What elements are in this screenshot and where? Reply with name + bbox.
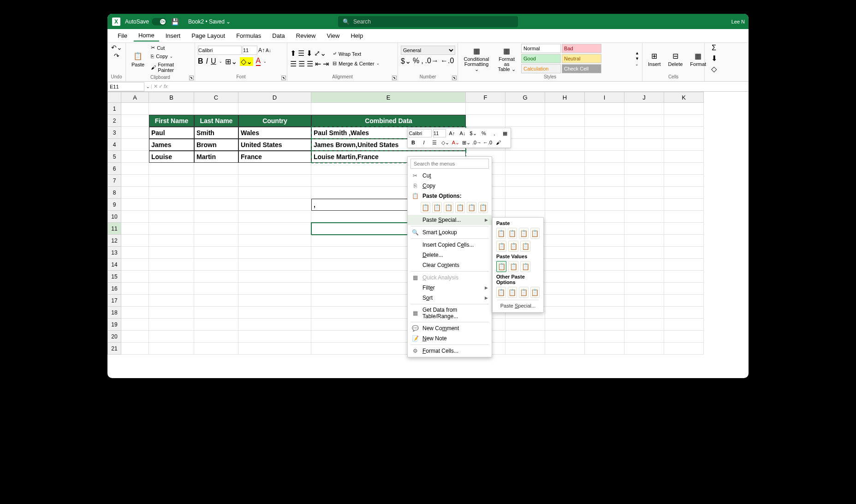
user-name[interactable]: Lee N [731,19,745,24]
cell-K17[interactable] [664,295,704,307]
mini-format-painter-icon[interactable]: 🖌 [493,138,503,147]
row-header-6[interactable]: 6 [107,163,121,175]
cell-I1[interactable] [585,103,624,115]
col-header-B[interactable]: B [149,92,194,103]
paste-formulas-icon[interactable]: 📋 [444,202,453,213]
orientation-icon[interactable]: ⤢⌄ [314,49,326,58]
menu-help[interactable]: Help [346,30,368,41]
cell-G7[interactable] [505,175,545,187]
font-name-select[interactable] [198,46,242,55]
cell-A12[interactable] [121,235,149,247]
sub-paste-special-link[interactable]: Paste Special... [494,301,541,310]
cell-A10[interactable] [121,211,149,223]
cell-C3[interactable]: Smith [194,127,238,139]
cell-G19[interactable] [505,319,545,331]
cell-H7[interactable] [545,175,585,187]
col-header-A[interactable]: A [121,92,149,103]
cell-J7[interactable] [624,175,664,187]
menu-file[interactable]: File [113,30,132,41]
cell-B14[interactable] [149,259,194,271]
cell-F1[interactable] [466,103,505,115]
clipboard-dialog-launcher[interactable]: ⬊ [189,76,194,80]
cell-K4[interactable] [664,139,704,151]
cell-I18[interactable] [585,307,624,319]
cell-C21[interactable] [194,343,238,355]
mini-toolbar[interactable]: A↑ A↓ $⌄ % , ▦ B I ☰ ◇⌄ A⌄ ⊞⌄ .0→ ←.0 🖌 [407,128,511,148]
menu-review[interactable]: Review [291,30,321,41]
cell-J1[interactable] [624,103,664,115]
cell-B3[interactable]: Paul [149,127,194,139]
cell-D5[interactable]: France [238,151,311,163]
ctx-new-comment[interactable]: 💬New Comment [408,323,492,333]
cell-I19[interactable] [585,319,624,331]
cell-J4[interactable] [624,139,664,151]
decrease-font-icon[interactable]: A↓ [266,48,271,53]
cell-B10[interactable] [149,211,194,223]
ctx-smart-lookup[interactable]: 🔍Smart Lookup [408,227,492,237]
increase-font-icon[interactable]: A↑ [258,47,265,53]
cell-H4[interactable] [545,139,585,151]
increase-decimal-icon[interactable]: .0→ [425,57,439,65]
cell-B6[interactable] [149,163,194,175]
cell-B13[interactable] [149,247,194,259]
cell-J8[interactable] [624,187,664,199]
mini-accounting-icon[interactable]: $⌄ [469,129,478,137]
styles-scroll[interactable]: ▲▼⌄ [635,51,639,66]
redo-icon[interactable]: ↷ [114,52,119,59]
cell-H5[interactable] [545,151,585,163]
cell-D13[interactable] [238,247,311,259]
col-header-K[interactable]: K [664,92,704,103]
cell-H19[interactable] [545,319,585,331]
cell-H13[interactable] [545,247,585,259]
ctx-delete[interactable]: Delete... [408,250,492,260]
context-search[interactable] [410,159,489,169]
col-header-G[interactable]: G [505,92,545,103]
row-header-4[interactable]: 4 [107,139,121,151]
format-as-table-button[interactable]: ▦ Format asTable ⌄ [494,45,519,73]
font-dialog-launcher[interactable]: ⬊ [281,76,286,80]
cell-D20[interactable] [238,331,311,343]
col-header-H[interactable]: H [545,92,585,103]
name-box[interactable]: E11 [107,82,144,91]
cell-B20[interactable] [149,331,194,343]
cell-I2[interactable] [585,115,624,127]
row-header-8[interactable]: 8 [107,187,121,199]
cell-J16[interactable] [624,283,664,295]
cell-C8[interactable] [194,187,238,199]
font-size-select[interactable] [243,46,257,55]
formula-input[interactable] [170,82,749,91]
cell-A13[interactable] [121,247,149,259]
cell-D10[interactable] [238,211,311,223]
col-header-D[interactable]: D [238,92,311,103]
menu-formulas[interactable]: Formulas [232,30,266,41]
cell-G3[interactable] [505,127,545,139]
cell-J13[interactable] [624,247,664,259]
cell-K18[interactable] [664,307,704,319]
cell-C1[interactable] [194,103,238,115]
mini-align-icon[interactable]: ☰ [430,138,439,147]
cell-H8[interactable] [545,187,585,199]
cell-E2[interactable]: Combined Data [311,115,466,127]
cell-C9[interactable] [194,199,238,211]
fill-color-button[interactable]: ◇⌄ [240,57,253,66]
cell-I6[interactable] [585,163,624,175]
cell-B11[interactable] [149,223,194,235]
cell-H6[interactable] [545,163,585,175]
cell-K2[interactable] [664,115,704,127]
insert-cells-button[interactable]: ⊞Insert [645,49,664,68]
cell-I8[interactable] [585,187,624,199]
cell-C18[interactable] [194,307,238,319]
cell-A17[interactable] [121,295,149,307]
cell-I12[interactable] [585,235,624,247]
cell-I14[interactable] [585,259,624,271]
row-header-16[interactable]: 16 [107,283,121,295]
cell-J21[interactable] [624,343,664,355]
style-good[interactable]: Good [521,54,561,63]
row-header-15[interactable]: 15 [107,271,121,283]
cell-D19[interactable] [238,319,311,331]
menu-page-layout[interactable]: Page Layout [187,30,230,41]
cell-E1[interactable] [311,103,466,115]
col-header-C[interactable]: C [194,92,238,103]
cell-J3[interactable] [624,127,664,139]
ctx-paste-special[interactable]: Paste Special...▶ [408,215,492,225]
